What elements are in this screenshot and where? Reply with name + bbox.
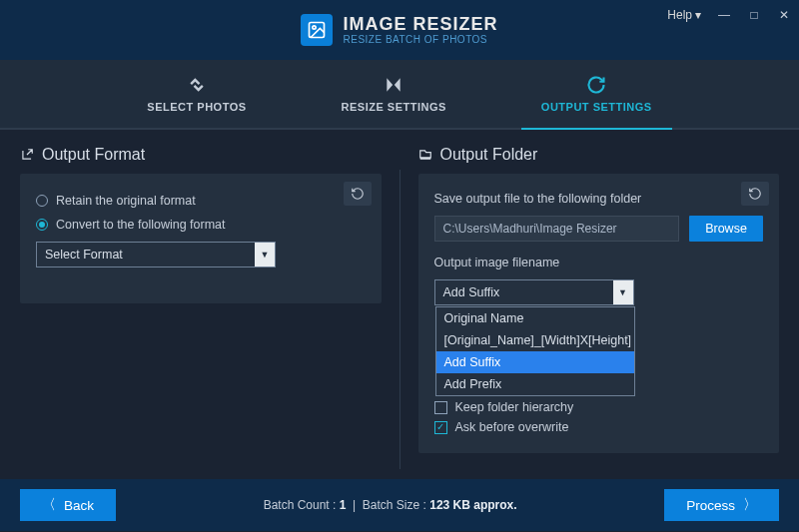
heading-text: Output Folder	[440, 146, 538, 164]
reset-format-button[interactable]	[344, 182, 372, 206]
filename-select[interactable]: Add Suffix ▼ Original Name [Original_Nam…	[434, 279, 634, 305]
process-label: Process	[686, 498, 735, 513]
close-button[interactable]: ✕	[769, 0, 799, 30]
checkbox-label: Ask before overwrite	[455, 420, 569, 434]
chevron-left-icon: 〈	[42, 496, 56, 514]
app-logo-icon	[301, 14, 333, 46]
tab-label: RESIZE SETTINGS	[342, 101, 446, 113]
dropdown-option-prefix[interactable]: Add Prefix	[436, 373, 634, 395]
app-subtitle: RESIZE BATCH OF PHOTOS	[343, 34, 497, 45]
output-folder-panel: Save output file to the following folder…	[418, 174, 780, 453]
export-icon	[20, 148, 34, 162]
radio-icon	[36, 219, 48, 231]
back-label: Back	[64, 498, 94, 513]
folder-row: C:\Users\Madhuri\Image Resizer Browse	[434, 216, 764, 242]
divider	[400, 170, 400, 469]
output-format-heading: Output Format	[20, 140, 382, 174]
tab-select-photos[interactable]: SELECT PHOTOS	[127, 60, 266, 130]
checkbox-label: Keep folder hierarchy	[455, 400, 574, 414]
output-format-panel: Retain the original format Convert to th…	[20, 174, 382, 303]
chevron-down-icon: ▼	[255, 243, 275, 266]
batch-count-value: 1	[340, 498, 347, 512]
checkbox-icon	[434, 421, 447, 434]
select-value: Select Format	[45, 248, 123, 262]
filename-label: Output image filename	[434, 256, 764, 269]
checkbox-icon	[434, 401, 447, 414]
radio-label: Convert to the following format	[56, 218, 226, 232]
undo-icon	[351, 187, 365, 201]
select-value: Add Suffix	[443, 285, 500, 299]
chevron-right-icon: 〉	[743, 496, 757, 514]
title-wrap: IMAGE RESIZER RESIZE BATCH OF PHOTOS	[301, 14, 497, 46]
browse-button[interactable]: Browse	[689, 216, 763, 242]
filename-dropdown: Original Name [Original_Name]_[Width]X[H…	[435, 306, 635, 396]
output-folder-heading: Output Folder	[418, 140, 780, 174]
batch-info: Batch Count : 1 | Batch Size : 123 KB ap…	[264, 498, 517, 512]
dropdown-option-suffix[interactable]: Add Suffix	[436, 351, 634, 373]
radio-icon	[36, 195, 48, 207]
maximize-button[interactable]: □	[739, 0, 769, 30]
process-button[interactable]: Process 〉	[664, 489, 779, 521]
tab-resize-settings[interactable]: RESIZE SETTINGS	[322, 60, 466, 130]
minimize-button[interactable]: ―	[709, 0, 739, 30]
ask-overwrite-checkbox[interactable]: Ask before overwrite	[434, 420, 764, 434]
batch-size-label: Batch Size :	[363, 498, 426, 512]
chevron-down-icon: ▾	[695, 8, 701, 22]
radio-label: Retain the original format	[56, 194, 196, 208]
keep-hierarchy-checkbox[interactable]: Keep folder hierarchy	[434, 400, 764, 414]
tabs: SELECT PHOTOS RESIZE SETTINGS OUTPUT SET…	[0, 60, 799, 130]
output-folder-column: Output Folder Save output file to the fo…	[418, 140, 780, 474]
tab-output-settings[interactable]: OUTPUT SETTINGS	[521, 60, 672, 130]
folder-path-text: C:\Users\Madhuri\Image Resizer	[443, 222, 617, 236]
tab-label: OUTPUT SETTINGS	[541, 101, 652, 113]
main-content: Output Format Retain the original format…	[0, 130, 799, 479]
window-controls: Help ▾ ― □ ✕	[659, 0, 799, 30]
output-format-column: Output Format Retain the original format…	[20, 140, 382, 474]
back-button[interactable]: 〈 Back	[20, 489, 116, 521]
heading-text: Output Format	[42, 146, 145, 164]
app-title: IMAGE RESIZER	[343, 15, 497, 35]
folder-path-input[interactable]: C:\Users\Madhuri\Image Resizer	[434, 216, 680, 242]
format-select[interactable]: Select Format ▼	[36, 242, 276, 267]
undo-icon	[748, 187, 762, 201]
title-text: IMAGE RESIZER RESIZE BATCH OF PHOTOS	[343, 15, 497, 46]
batch-count-label: Batch Count :	[264, 498, 337, 512]
titlebar: IMAGE RESIZER RESIZE BATCH OF PHOTOS Hel…	[0, 0, 799, 60]
svg-point-1	[313, 26, 316, 29]
footer: 〈 Back Batch Count : 1 | Batch Size : 12…	[0, 479, 799, 531]
reset-folder-button[interactable]	[741, 182, 769, 206]
tab-label: SELECT PHOTOS	[147, 101, 246, 113]
help-label: Help	[667, 8, 692, 22]
batch-size-value: 123 KB approx.	[429, 498, 516, 512]
dropdown-option-original[interactable]: Original Name	[436, 307, 634, 329]
save-folder-label: Save output file to the following folder	[434, 192, 764, 206]
chevron-down-icon: ▼	[613, 280, 633, 304]
folder-icon	[418, 148, 432, 162]
dropdown-option-dims[interactable]: [Original_Name]_[Width]X[Height]	[436, 329, 634, 351]
retain-format-radio[interactable]: Retain the original format	[36, 194, 366, 208]
convert-format-radio[interactable]: Convert to the following format	[36, 218, 366, 232]
help-menu[interactable]: Help ▾	[659, 2, 709, 28]
